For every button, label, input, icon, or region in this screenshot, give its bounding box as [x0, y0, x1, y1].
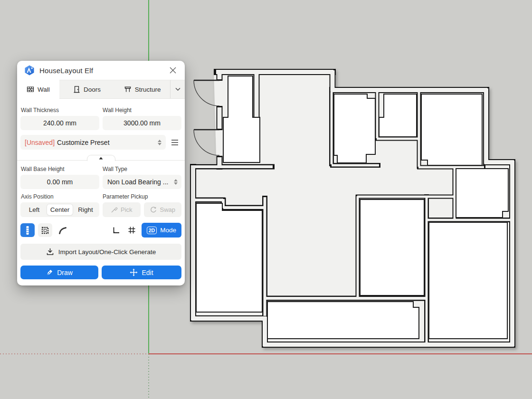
pick-pen-icon	[111, 206, 118, 213]
arc-wall-icon	[58, 226, 67, 235]
wall-thickness-input[interactable]: 240.00 mm	[20, 116, 99, 130]
draw-button[interactable]: Draw	[20, 266, 98, 279]
tab-wall-label: Wall	[38, 86, 50, 93]
chevron-down-icon	[175, 87, 180, 91]
angle-snap-button[interactable]	[110, 224, 123, 237]
draw-label: Draw	[57, 269, 73, 276]
import-layout-button[interactable]: Import Layout/One-Click Generate	[20, 244, 181, 260]
tab-bar: Wall Doors Structure	[17, 80, 185, 99]
tab-structure[interactable]: Structure	[114, 80, 170, 98]
door-icon	[73, 86, 80, 93]
import-layout-label: Import Layout/One-Click Generate	[58, 248, 156, 256]
preset-select[interactable]: [Unsaved] Customize Preset	[20, 135, 166, 150]
swap-label: Swap	[160, 206, 175, 213]
wall-base-height-input[interactable]: 0.00 mm	[20, 175, 99, 189]
wall-base-height-label: Wall Base Height	[21, 166, 99, 172]
section-divider	[17, 154, 185, 162]
wall-type-select[interactable]: Non Load Bearing ...	[103, 175, 181, 189]
tab-wall[interactable]: Wall	[17, 80, 59, 99]
app-logo-icon	[24, 65, 35, 76]
room-right-square	[456, 169, 508, 218]
axis-center-option[interactable]: Center	[47, 204, 73, 215]
axis-position-segmented: Left Center Right	[20, 202, 99, 217]
rect-wall-tool-button[interactable]	[38, 223, 52, 237]
preset-spinner[interactable]	[158, 140, 162, 145]
preset-unsaved-tag: [Unsaved]	[25, 139, 55, 146]
grid-icon	[128, 226, 136, 234]
action-row: Draw Edit	[20, 266, 181, 279]
swap-refresh-icon	[150, 206, 157, 213]
dialog-content: Wall Thickness Wall Height 240.00 mm 300…	[17, 99, 185, 285]
angle-icon	[112, 226, 120, 234]
axis-left-option[interactable]: Left	[21, 204, 47, 215]
wall-type-label: Wall Type	[103, 166, 181, 172]
swap-button[interactable]: Swap	[144, 202, 182, 217]
2d-mode-button[interactable]: 2D Mode	[142, 223, 181, 238]
collapse-toggle[interactable]	[87, 155, 115, 161]
straight-wall-icon	[25, 226, 30, 235]
axis-position-label: Axis Position	[21, 193, 99, 200]
edit-label: Edit	[142, 269, 153, 276]
close-icon[interactable]	[168, 65, 178, 76]
wall-base-height-value: 0.00 mm	[47, 178, 73, 186]
straight-wall-tool-button[interactable]	[20, 223, 35, 237]
edit-button[interactable]: Edit	[102, 266, 181, 279]
rect-wall-icon	[41, 226, 49, 235]
move-icon	[130, 268, 138, 276]
wall-type-spinner[interactable]	[174, 179, 178, 185]
houselayout-dialog: HouseLayout Elf Wall Doors	[17, 61, 185, 285]
structure-icon	[124, 86, 132, 93]
draw-pen-icon	[46, 269, 53, 276]
room-bedroom-mid	[334, 94, 375, 163]
download-icon	[46, 248, 54, 256]
room-bottomleft	[196, 203, 262, 312]
room-bath-mid	[379, 94, 417, 137]
spin-up-icon	[174, 179, 178, 181]
grid-snap-button[interactable]	[126, 224, 138, 237]
tab-structure-label: Structure	[135, 86, 161, 93]
tab-doors-label: Doors	[84, 86, 101, 93]
wall-height-label: Wall Height	[103, 107, 181, 114]
room-bottomcenter	[360, 200, 424, 295]
wall-thickness-label: Wall Thickness	[21, 107, 99, 114]
dialog-titlebar[interactable]: HouseLayout Elf	[17, 61, 185, 80]
axis-right-option[interactable]: Right	[73, 204, 98, 215]
tab-strip: Doors Structure	[59, 80, 185, 99]
wall-type-value: Non Load Bearing ...	[107, 178, 168, 186]
pick-label: Pick	[121, 206, 133, 213]
room-topright	[421, 94, 482, 165]
brick-wall-icon	[27, 86, 34, 93]
2d-badge: 2D	[147, 227, 157, 234]
more-tabs-button[interactable]	[170, 80, 185, 98]
wall-thickness-value: 240.00 mm	[43, 119, 76, 127]
spin-down-icon	[158, 143, 162, 145]
spin-up-icon	[158, 140, 162, 142]
room-bottomright	[429, 222, 507, 339]
pick-button[interactable]: Pick	[103, 202, 141, 217]
sketchup-viewport: { "window": { "title": "HouseLayout Elf"…	[0, 0, 532, 399]
preset-menu-button[interactable]	[168, 135, 181, 150]
arc-wall-tool-button[interactable]	[56, 223, 70, 237]
wall-height-input[interactable]: 3000.00 mm	[103, 116, 181, 130]
room-bottom-wide	[267, 302, 419, 339]
collapse-arrow-icon	[99, 157, 103, 160]
tool-row: 2D Mode	[20, 223, 181, 238]
dialog-title: HouseLayout Elf	[39, 66, 163, 75]
preset-name: Customize Preset	[57, 139, 155, 146]
tab-doors[interactable]: Doors	[59, 80, 115, 98]
spin-down-icon	[174, 182, 178, 185]
parameter-pickup-label: Parameter Pickup	[103, 193, 181, 200]
mode-label: Mode	[160, 227, 176, 234]
hamburger-icon	[171, 140, 179, 145]
wall-height-value: 3000.00 mm	[124, 119, 161, 127]
